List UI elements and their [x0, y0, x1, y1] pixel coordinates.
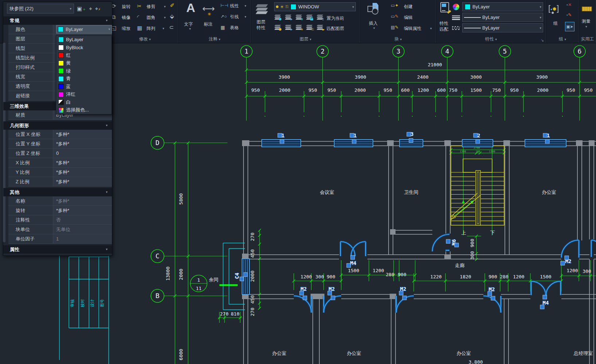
color-option[interactable]: 黄 — [56, 59, 112, 67]
fillet-flyout-arrow[interactable]: ▾ — [164, 16, 166, 19]
layer-tool-icon[interactable] — [274, 14, 281, 20]
color-option[interactable]: ByBlock — [56, 44, 112, 52]
erase-icon[interactable]: ✐ — [170, 2, 175, 9]
selection-grip[interactable] — [331, 296, 335, 300]
properties-dialog-launcher[interactable]: ↘ — [541, 38, 544, 42]
grid-and-dimensions-layer[interactable] — [151, 46, 596, 364]
selection-grips-layer[interactable] — [240, 132, 569, 309]
property-value[interactable]: 否 — [53, 215, 112, 224]
annotate-panel-title[interactable]: 注释 ▾ — [178, 36, 251, 42]
object-color-dropdown[interactable]: ByLayer ▾ — [462, 2, 543, 11]
selection-grip[interactable] — [488, 291, 492, 295]
selection-grip[interactable] — [278, 133, 282, 137]
property-value[interactable]: 0 — [53, 149, 112, 158]
color-option[interactable]: 青 — [56, 75, 112, 83]
text-button[interactable]: 文字 — [184, 21, 193, 27]
edit-block-button[interactable]: 编辑 — [404, 15, 413, 21]
match-layer-button[interactable]: 匹配图层 — [327, 26, 344, 32]
table-button[interactable]: 表格 — [230, 25, 239, 31]
match-properties-button[interactable]: 特性 — [440, 20, 448, 27]
selection-grip[interactable] — [565, 256, 569, 260]
property-value[interactable]: *多种* — [53, 130, 112, 139]
quick-select-icon[interactable]: ⌖⚡ — [95, 5, 101, 12]
selection-grip[interactable] — [351, 255, 355, 259]
group-selection-toggle[interactable]: ▣➤ — [565, 22, 574, 31]
staircase-layer[interactable] — [451, 146, 504, 225]
layer-on-icon[interactable] — [276, 5, 278, 8]
match-properties-button-line2[interactable]: 匹配 — [440, 26, 448, 32]
property-value[interactable]: ByLayer▾ — [53, 25, 112, 34]
layer-properties-button[interactable]: 图层 — [257, 19, 265, 25]
selection-grip[interactable] — [328, 291, 332, 295]
selection-grip[interactable] — [240, 277, 244, 281]
selection-grip[interactable] — [280, 140, 284, 144]
clip-icon[interactable]: ⊂ — [169, 24, 174, 31]
selection-grip[interactable] — [491, 296, 495, 300]
selection-grip[interactable] — [446, 239, 450, 243]
layer-tool-icon[interactable] — [306, 14, 313, 20]
color-value-combo[interactable]: ByLayer▾ — [56, 25, 112, 34]
insert-block-button[interactable]: 插入 — [369, 20, 378, 27]
palette-section-header[interactable]: 属性▾ — [3, 245, 112, 254]
selection-grip[interactable] — [543, 133, 547, 137]
layer-tool-icon[interactable]: ➤ — [285, 24, 292, 31]
property-value[interactable]: 1 — [53, 234, 112, 243]
detail-boundary-and-titleblock-layer[interactable]: 审核校对设计图号 — [59, 243, 245, 364]
selection-grip[interactable] — [244, 273, 248, 277]
object-type-arrow[interactable]: ▾ — [70, 7, 71, 11]
lineweight-arrow[interactable]: ▾ — [539, 16, 541, 19]
property-value[interactable]: *多种* — [53, 177, 112, 186]
edit-attributes-button[interactable]: 编辑属性 — [404, 26, 421, 32]
object-type-selector[interactable]: 块参照 (22) ▾ — [7, 4, 74, 13]
layer-tool-icon[interactable]: ☀ — [295, 24, 303, 31]
linetype-dropdown[interactable]: ByLayer ▾ — [462, 23, 543, 32]
leader-button[interactable]: 引线 — [230, 14, 239, 20]
color-option[interactable]: 白 — [56, 98, 112, 106]
layer-tool-icon[interactable]: ➤ — [285, 14, 292, 20]
lineweight-icon[interactable] — [452, 15, 460, 21]
layer-dropdown[interactable]: ☀ ⚿ WINDOW ▾ — [274, 2, 356, 11]
property-value[interactable]: *多种* — [53, 139, 112, 148]
set-current-layer-button[interactable]: 置为当前 — [327, 15, 344, 21]
3d-box-icon[interactable]: ⬙ — [170, 13, 174, 20]
layer-properties-button-line2[interactable]: 特性 — [257, 25, 265, 31]
array-flyout-arrow[interactable]: ▾ — [163, 27, 164, 30]
toggle-pickadd-icon[interactable]: ▣＋ — [77, 5, 86, 12]
layer-tool-icon[interactable]: ▰ — [316, 24, 324, 31]
color-dropdown-list[interactable]: ByLayerByBlock红黄绿青蓝洋红白选择颜色... — [56, 35, 112, 114]
leader-flyout-arrow[interactable]: ▾ — [245, 15, 246, 19]
selection-grip[interactable] — [543, 295, 547, 299]
layer-tool-icon[interactable] — [274, 24, 281, 31]
linetype-icon[interactable] — [452, 26, 460, 31]
property-value[interactable]: *多种* — [53, 196, 112, 206]
selection-grip[interactable] — [409, 138, 413, 142]
group-button[interactable]: 组 — [553, 20, 558, 27]
ungroup-icon[interactable]: ▫✕ — [566, 2, 572, 7]
property-value[interactable]: 无单位 — [53, 225, 112, 234]
palette-section-header[interactable]: 常规▾ — [3, 16, 112, 25]
linetype-arrow[interactable]: ▾ — [539, 26, 541, 30]
linear-button[interactable]: 线性 — [230, 3, 239, 9]
trim-button[interactable]: 修剪 — [147, 4, 155, 10]
color-option[interactable]: 选择颜色... — [56, 106, 112, 114]
layer-tool-icon[interactable]: ⇪ — [316, 14, 324, 20]
selection-grip[interactable] — [402, 296, 406, 300]
layer-tool-icon[interactable]: ⚿ — [306, 24, 313, 31]
palette-section-header[interactable]: 其他▾ — [3, 188, 112, 196]
selection-grip[interactable] — [399, 291, 403, 295]
selection-grip[interactable] — [352, 140, 356, 144]
selection-grip[interactable] — [407, 132, 411, 136]
properties-panel-title[interactable]: 特性 ▾ ↘ — [436, 36, 546, 42]
color-option[interactable]: 洋红 — [56, 91, 112, 99]
layers-panel-title[interactable]: 图层 ▾ — [251, 36, 360, 42]
lineweight-dropdown[interactable]: ByLayer ▾ — [462, 13, 543, 22]
group-edit-icon[interactable]: ▫✎ — [566, 12, 572, 17]
create-block-button[interactable]: 创建 — [404, 4, 413, 10]
selected-doors-windows-layer[interactable] — [242, 140, 596, 313]
layer-dropdown-arrow[interactable]: ▾ — [352, 5, 354, 9]
array-button[interactable]: 阵列 — [147, 26, 155, 32]
layer-thaw-icon[interactable]: ☀ — [280, 4, 284, 9]
property-value[interactable]: *多种* — [53, 158, 112, 167]
edit-attributes-flyout-arrow[interactable]: ▾ — [430, 27, 432, 30]
property-value[interactable]: *多种* — [53, 206, 112, 215]
